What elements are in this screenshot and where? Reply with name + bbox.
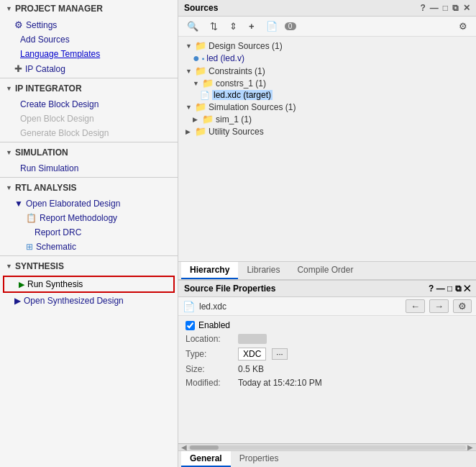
gear-icon: ⚙ bbox=[14, 19, 23, 30]
enabled-label: Enabled bbox=[198, 320, 230, 330]
sidebar-item-settings[interactable]: ⚙ Settings bbox=[0, 17, 178, 32]
restore-icon[interactable]: □ bbox=[443, 3, 448, 13]
section-project-manager[interactable]: ▼ PROJECT MANAGER bbox=[0, 0, 178, 17]
minimize-icon[interactable]: — bbox=[436, 284, 445, 294]
properties-toolbar: 📄 led.xdc ← → ⚙ bbox=[178, 297, 476, 316]
section-simulation[interactable]: ▼ SIMULATION bbox=[0, 144, 178, 161]
sidebar-item-label: Add Sources bbox=[20, 35, 70, 45]
sidebar-item-label: IP Catalog bbox=[25, 64, 65, 74]
chevron-down-icon: ▼ bbox=[186, 104, 193, 111]
badge-count: 0 bbox=[285, 22, 296, 30]
tree-item-led-v[interactable]: ● ▪ led (led.v) bbox=[178, 52, 476, 65]
sidebar-item-label: Report Methodology bbox=[40, 213, 117, 223]
folder-icon: 📁 bbox=[202, 78, 214, 89]
forward-button[interactable]: → bbox=[429, 299, 449, 313]
sidebar-item-label: Open Block Design bbox=[20, 114, 94, 124]
sidebar-item-label: Create Block Design bbox=[20, 99, 99, 109]
tree-item-label: Design Sources (1) bbox=[209, 41, 283, 51]
folder-icon: 📁 bbox=[195, 65, 206, 76]
sidebar-item-open-synthesized-design[interactable]: ▶ Open Synthesized Design bbox=[0, 294, 178, 308]
chevron-down-icon: ▼ bbox=[186, 68, 193, 75]
tab-hierarchy[interactable]: Hierarchy bbox=[181, 262, 238, 279]
tree-item-led-xdc[interactable]: 📄 led.xdc (target) bbox=[178, 89, 476, 101]
filter1-button[interactable]: ⇅ bbox=[206, 19, 222, 34]
settings-button[interactable]: ⚙ bbox=[454, 19, 472, 34]
sidebar-item-report-methodology[interactable]: 📋 Report Methodology bbox=[0, 211, 178, 225]
back-button[interactable]: ← bbox=[406, 299, 425, 313]
chevron-down-icon: ▼ bbox=[6, 184, 12, 191]
chevron-right-icon: ▶ bbox=[193, 116, 200, 123]
sidebar-item-ip-catalog[interactable]: ✚ IP Catalog bbox=[0, 61, 178, 76]
prop-tab-general[interactable]: General bbox=[181, 451, 231, 467]
section-synthesis[interactable]: ▼ SYNTHESIS bbox=[0, 258, 178, 275]
titlebar-controls: ? — □ ⧉ ✕ bbox=[429, 284, 470, 294]
enabled-checkbox[interactable] bbox=[186, 321, 195, 330]
chevron-down-icon: ▼ bbox=[186, 42, 193, 50]
section-ip-integrator[interactable]: ▼ IP INTEGRATOR bbox=[0, 80, 178, 97]
sidebar-item-schematic[interactable]: ⊞ Schematic bbox=[0, 240, 178, 254]
tree-item-constrs1[interactable]: ▼ 📁 constrs_1 (1) bbox=[178, 77, 476, 89]
tree-item-label: Utility Sources bbox=[209, 127, 264, 137]
tab-compile-order[interactable]: Compile Order bbox=[288, 262, 362, 279]
file-button[interactable]: 📄 bbox=[262, 19, 282, 34]
tree-item-label: constrs_1 (1) bbox=[216, 78, 266, 89]
scrollbar-track[interactable] bbox=[188, 445, 466, 450]
filter2-button[interactable]: ⇕ bbox=[225, 19, 242, 34]
location-value bbox=[238, 334, 267, 344]
sidebar-item-add-sources[interactable]: Add Sources bbox=[0, 32, 178, 47]
sidebar-item-open-block-design: Open Block Design bbox=[0, 112, 178, 126]
size-label: Size: bbox=[186, 364, 232, 374]
scrollbar-thumb[interactable] bbox=[190, 445, 219, 450]
tree-item-sim1[interactable]: ▶ 📁 sim_1 (1) bbox=[178, 113, 476, 125]
sidebar-item-language-templates[interactable]: Language Templates bbox=[0, 47, 178, 61]
sidebar-item-open-elaborated-design[interactable]: ▼ Open Elaborated Design bbox=[0, 196, 178, 211]
size-value: 0.5 KB bbox=[238, 364, 264, 374]
help-icon[interactable]: ? bbox=[429, 284, 434, 294]
horizontal-scrollbar[interactable]: ◀ ▶ bbox=[178, 443, 476, 450]
tree-item-simulation-sources[interactable]: ▼ 📁 Simulation Sources (1) bbox=[178, 101, 476, 113]
tree-item-utility-sources[interactable]: ▶ 📁 Utility Sources bbox=[178, 125, 476, 137]
sources-tree: ▼ 📁 Design Sources (1) ● ▪ led (led.v) ▼… bbox=[178, 37, 476, 261]
schematic-icon: ⊞ bbox=[26, 242, 33, 252]
file-v-icon: ▪ bbox=[202, 55, 205, 63]
folder-icon: 📁 bbox=[195, 101, 206, 112]
folder-icon: 📁 bbox=[195, 40, 206, 51]
chevron-down-icon: ▼ bbox=[14, 199, 23, 209]
properties-title: Source File Properties bbox=[184, 284, 275, 294]
sidebar-item-generate-block-design: Generate Block Design bbox=[0, 126, 178, 140]
prop-tab-properties[interactable]: Properties bbox=[231, 451, 288, 467]
add-button[interactable]: + bbox=[244, 19, 259, 34]
sidebar-item-run-simulation[interactable]: Run Simulation bbox=[0, 161, 178, 176]
tab-libraries[interactable]: Libraries bbox=[238, 262, 288, 279]
tree-item-label: sim_1 (1) bbox=[216, 114, 252, 124]
sidebar-item-run-synthesis[interactable]: ▶ Run Synthesis bbox=[3, 276, 175, 293]
sources-panel: Sources ? — □ ⧉ ✕ 🔍 ⇅ ⇕ + 📄 0 ⚙ ▼ 📁 bbox=[178, 0, 476, 280]
filename-label: led.xdc bbox=[199, 301, 226, 312]
prop-settings-button[interactable]: ⚙ bbox=[453, 299, 472, 313]
section-label: IP INTEGRATOR bbox=[15, 83, 82, 94]
section-rtl-analysis[interactable]: ▼ RTL ANALYSIS bbox=[0, 179, 178, 196]
search-button[interactable]: 🔍 bbox=[183, 19, 203, 34]
restore-icon[interactable]: □ bbox=[447, 284, 452, 294]
xdc-file-icon: 📄 bbox=[200, 91, 210, 100]
maximize-icon[interactable]: ⧉ bbox=[452, 3, 459, 13]
minimize-icon[interactable]: — bbox=[430, 3, 439, 13]
type-dots-button[interactable]: ··· bbox=[272, 348, 287, 360]
tree-item-constraints[interactable]: ▼ 📁 Constraints (1) bbox=[178, 65, 476, 77]
close-icon[interactable]: ✕ bbox=[463, 3, 470, 13]
sidebar-item-label: Open Elaborated Design bbox=[26, 199, 120, 209]
chevron-down-icon: ▼ bbox=[6, 263, 12, 270]
section-label: SIMULATION bbox=[15, 148, 68, 158]
sidebar-item-create-block-design[interactable]: Create Block Design bbox=[0, 97, 178, 112]
chevron-right-icon: ▶ bbox=[186, 128, 193, 135]
sidebar-item-report-drc[interactable]: Report DRC bbox=[0, 225, 178, 240]
sidebar-item-label: Settings bbox=[26, 20, 57, 30]
play-icon: ▶ bbox=[19, 280, 24, 289]
sidebar-item-label: Run Synthesis bbox=[27, 279, 83, 289]
maximize-icon[interactable]: ⧉ bbox=[455, 284, 462, 294]
tree-item-design-sources[interactable]: ▼ 📁 Design Sources (1) bbox=[178, 40, 476, 52]
chevron-right-icon: ▶ bbox=[14, 296, 21, 306]
close-icon[interactable]: ✕ bbox=[464, 284, 470, 294]
sources-toolbar: 🔍 ⇅ ⇕ + 📄 0 ⚙ bbox=[178, 17, 476, 37]
help-icon[interactable]: ? bbox=[420, 3, 425, 13]
